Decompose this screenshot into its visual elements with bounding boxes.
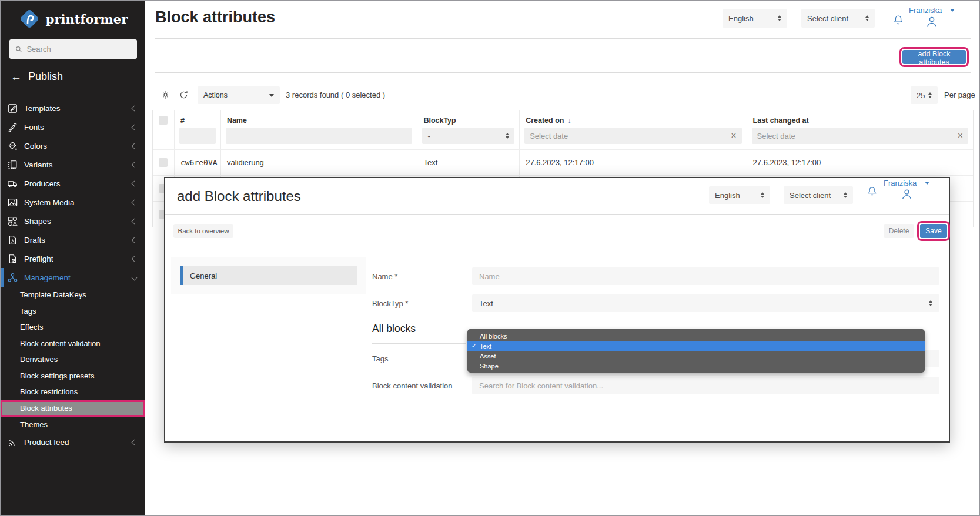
table-row[interactable]: cw6re0VA validierung Text 27.6.2023, 12:… xyxy=(153,149,973,175)
sidebar-item-block-content-validation[interactable]: Block content validation xyxy=(1,336,145,352)
modal-header-divider xyxy=(165,214,949,215)
language-select[interactable]: English xyxy=(723,9,787,28)
sort-desc-icon[interactable]: ↓ xyxy=(567,116,571,125)
sidebar-item-derivatives[interactable]: Derivatives xyxy=(1,351,145,368)
sidebar-item-producers[interactable]: Producers xyxy=(1,174,145,193)
user-menu[interactable]: Franziska xyxy=(909,6,955,29)
brand-logo[interactable]: printformer xyxy=(1,1,145,36)
refresh-icon[interactable] xyxy=(178,89,189,103)
save-button[interactable]: Save xyxy=(920,224,947,238)
per-page-label: Per page xyxy=(944,91,975,99)
page-check-icon xyxy=(6,253,19,264)
notifications-bell-icon[interactable] xyxy=(866,185,878,200)
all-blocks-heading: All blocks xyxy=(372,323,416,335)
select-all-checkbox[interactable] xyxy=(159,116,168,125)
pdf-page-icon xyxy=(6,234,19,246)
user-avatar-icon xyxy=(900,187,914,201)
dropdown-option-text[interactable]: ✓ Text xyxy=(467,341,925,351)
sidebar-item-system-media[interactable]: System Media xyxy=(1,193,145,212)
user-name: Franziska xyxy=(884,179,917,187)
truck-icon xyxy=(6,178,19,189)
clear-icon[interactable]: × xyxy=(731,130,736,141)
active-indicator-bar xyxy=(1,268,4,287)
filter-name-input[interactable] xyxy=(226,128,413,144)
publish-label: Publish xyxy=(28,71,63,83)
sidebar-item-shapes[interactable]: Shapes xyxy=(1,212,145,230)
section-divider xyxy=(372,343,466,344)
search-input[interactable] xyxy=(26,45,132,53)
sidebar-item-tags[interactable]: Tags xyxy=(1,303,145,320)
cell-name: validierung xyxy=(221,150,417,175)
client-select[interactable]: Select client xyxy=(801,9,875,28)
check-icon: ✓ xyxy=(471,343,476,349)
sidebar-item-block-settings-presets[interactable]: Block settings presets xyxy=(1,368,145,384)
sidebar-item-colors[interactable]: Colors xyxy=(1,136,145,155)
sidebar-item-preflight[interactable]: Preflight xyxy=(1,249,145,268)
modal-title: add Block attributes xyxy=(177,188,301,205)
select-arrows-icon xyxy=(865,15,869,21)
colors-icon xyxy=(6,140,19,152)
column-header-blocktyp[interactable]: BlockTyp xyxy=(417,110,520,125)
tab-general[interactable]: General xyxy=(180,266,357,285)
rss-feed-icon xyxy=(6,437,19,448)
chevron-left-icon xyxy=(132,124,138,130)
delete-button[interactable]: Delete xyxy=(884,224,914,238)
gear-icon[interactable] xyxy=(160,89,171,103)
publish-section-header[interactable]: ← Publish xyxy=(11,71,145,83)
cell-created-on: 27.6.2023, 12:17:00 xyxy=(520,150,747,175)
dropdown-option-all-blocks[interactable]: All blocks xyxy=(467,331,925,341)
sidebar-divider xyxy=(9,93,137,93)
sidebar-item-template-datakeys[interactable]: Template DataKeys xyxy=(1,287,145,303)
filter-changed-date[interactable]: Select date × xyxy=(752,128,968,144)
blocktyp-select[interactable]: Text xyxy=(472,294,939,312)
sidebar-item-block-attributes[interactable]: Block attributes xyxy=(1,400,145,417)
dropdown-option-asset[interactable]: Asset xyxy=(467,351,925,361)
select-arrows-icon xyxy=(761,192,764,198)
row-checkbox[interactable] xyxy=(159,158,168,167)
sidebar-nav: Templates Fonts Colors Variants Producer xyxy=(1,99,145,451)
block-content-validation-input[interactable] xyxy=(472,377,939,394)
sidebar-item-block-restrictions[interactable]: Block restrictions xyxy=(1,384,145,400)
back-to-overview-button[interactable]: Back to overview xyxy=(173,224,233,238)
blocktyp-dropdown-menu: All blocks ✓ Text Asset Shape xyxy=(467,329,925,373)
sidebar-item-themes[interactable]: Themes xyxy=(1,417,145,433)
sidebar-item-product-feed[interactable]: Product feed xyxy=(1,433,145,451)
sidebar-item-fonts[interactable]: Fonts xyxy=(1,118,145,136)
sidebar-item-variants[interactable]: Variants xyxy=(1,155,145,174)
blocktyp-label: BlockTyp * xyxy=(372,299,408,308)
image-icon xyxy=(6,197,19,208)
clear-icon[interactable]: × xyxy=(958,130,963,141)
per-page-select[interactable]: 25 xyxy=(911,86,938,104)
search-icon xyxy=(15,45,22,53)
chevron-left-icon xyxy=(132,439,138,445)
dropdown-option-shape[interactable]: Shape xyxy=(467,361,925,371)
column-header-id[interactable]: # xyxy=(175,110,221,125)
column-header-name[interactable]: Name xyxy=(221,110,418,125)
add-block-attributes-button[interactable]: add Block attributes xyxy=(902,50,966,64)
sidebar-item-management[interactable]: Management xyxy=(1,268,145,287)
sidebar: printformer ← Publish Templates Fonts xyxy=(1,1,145,515)
modal-client-select[interactable]: Select client xyxy=(784,186,853,204)
chevron-left-icon xyxy=(132,237,138,243)
user-menu[interactable]: Franziska xyxy=(884,179,929,201)
filter-blocktyp-select[interactable]: - xyxy=(422,128,514,144)
sidebar-search[interactable] xyxy=(9,39,137,59)
filter-created-date[interactable]: Select date × xyxy=(524,128,741,144)
actions-dropdown[interactable]: Actions xyxy=(198,86,280,104)
brand-name: printformer xyxy=(46,12,128,26)
cell-id: cw6re0VA xyxy=(175,150,221,175)
sidebar-item-drafts[interactable]: Drafts xyxy=(1,230,145,249)
sidebar-item-effects[interactable]: Effects xyxy=(1,319,145,336)
column-header-created-on[interactable]: Created on ↓ xyxy=(520,110,747,125)
column-header-last-changed[interactable]: Last changed at xyxy=(747,110,973,125)
name-input[interactable] xyxy=(472,267,939,285)
notifications-bell-icon[interactable] xyxy=(892,14,905,29)
add-block-attributes-modal: add Block attributes English Select clie… xyxy=(164,177,950,443)
modal-language-select[interactable]: English xyxy=(709,186,770,204)
chevron-left-icon xyxy=(132,143,138,149)
sidebar-item-templates[interactable]: Templates xyxy=(1,99,145,118)
filter-id-input[interactable] xyxy=(179,128,216,144)
header-divider xyxy=(155,38,971,39)
select-arrows-icon xyxy=(506,133,509,139)
select-arrows-icon xyxy=(844,192,847,198)
